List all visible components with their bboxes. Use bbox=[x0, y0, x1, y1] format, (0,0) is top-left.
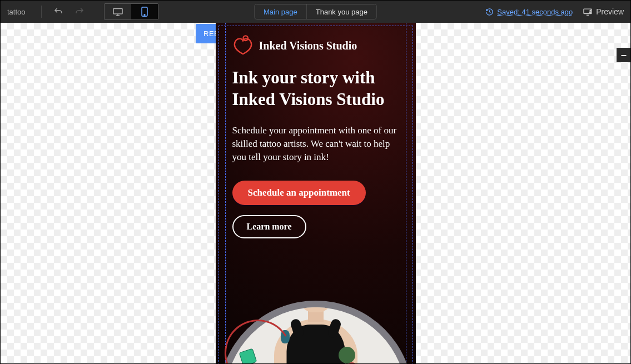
tab-main-page[interactable]: Main page bbox=[255, 4, 306, 19]
page-content: Inked Visions Studio Ink your story with… bbox=[232, 35, 399, 238]
history-icon bbox=[485, 8, 494, 16]
device-mobile-button[interactable] bbox=[131, 4, 158, 19]
hero-headline[interactable]: Ink your story with Inked Visions Studio bbox=[232, 67, 399, 111]
toolbar-divider bbox=[41, 6, 42, 18]
preview-icon bbox=[583, 8, 593, 16]
toolbar-right: Saved: 41 seconds ago Preview bbox=[485, 7, 624, 16]
guide-left bbox=[225, 23, 226, 364]
undo-button[interactable] bbox=[51, 4, 66, 19]
guide-right bbox=[406, 23, 406, 364]
project-name: tattoo bbox=[7, 8, 26, 16]
hero-subcopy[interactable]: Schedule your appointment with one of ou… bbox=[232, 124, 399, 164]
undo-redo-group bbox=[51, 4, 87, 19]
minus-icon: – bbox=[621, 49, 627, 61]
tab-thank-you-page[interactable]: Thank you page bbox=[306, 4, 376, 19]
svg-point-2 bbox=[144, 14, 145, 16]
desktop-icon bbox=[112, 7, 123, 16]
save-status[interactable]: Saved: 41 seconds ago bbox=[485, 8, 573, 16]
redo-icon bbox=[74, 7, 85, 17]
editor-canvas[interactable]: REBUILD MOBILE Inked Visions Studio Ink … bbox=[1, 23, 630, 364]
undo-icon bbox=[53, 7, 63, 17]
save-status-text: Saved: 41 seconds ago bbox=[497, 8, 573, 16]
cta-primary-button[interactable]: Schedule an appointment bbox=[232, 181, 366, 205]
device-switch bbox=[104, 3, 158, 20]
page-tabs: Main page Thank you page bbox=[254, 4, 377, 19]
editor-toolbar: tattoo Main page Thank you page Saved: 4… bbox=[1, 1, 630, 23]
redo-button[interactable] bbox=[72, 4, 87, 19]
brand-row[interactable]: Inked Visions Studio bbox=[232, 35, 399, 56]
preview-button[interactable]: Preview bbox=[583, 7, 624, 16]
mobile-icon bbox=[141, 7, 148, 17]
device-desktop-button[interactable] bbox=[105, 4, 131, 19]
cta-secondary-button[interactable]: Learn more bbox=[232, 215, 306, 238]
svg-rect-0 bbox=[113, 8, 122, 14]
brand-name: Inked Visions Studio bbox=[259, 39, 357, 52]
mobile-preview-frame[interactable]: Inked Visions Studio Ink your story with… bbox=[216, 23, 416, 364]
preview-label: Preview bbox=[596, 7, 624, 16]
collapse-panel-button[interactable]: – bbox=[617, 48, 630, 62]
brand-logo-icon bbox=[232, 35, 254, 56]
